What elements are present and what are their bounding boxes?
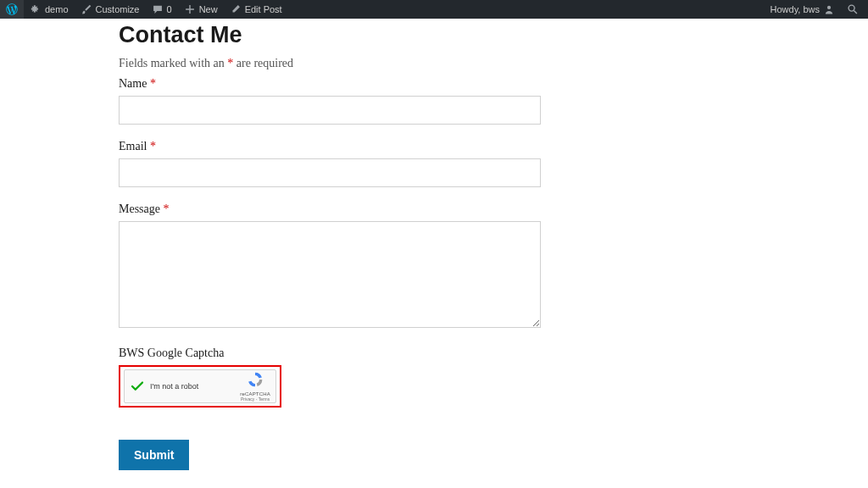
howdy-text: Howdy, bws <box>771 4 820 14</box>
message-field-wrap: Message * <box>119 202 661 331</box>
howdy-prefix: Howdy, <box>771 4 804 14</box>
captcha-field-wrap: BWS Google Captcha I'm not a robot <box>119 347 661 408</box>
edit-post-link[interactable]: Edit Post <box>224 0 288 19</box>
name-input[interactable] <box>119 96 541 125</box>
recaptcha-text: I'm not a robot <box>150 382 240 391</box>
wp-logo-menu[interactable] <box>0 0 24 19</box>
message-label-text: Message <box>119 202 160 215</box>
adminbar-left: demo Customize 0 New Edit Post <box>0 0 288 19</box>
svg-line-2 <box>854 10 857 14</box>
reqnote-suffix: are required <box>236 57 293 69</box>
asterisk-icon: * <box>164 202 170 215</box>
email-field-wrap: Email * <box>119 140 661 187</box>
dashboard-icon <box>30 3 42 15</box>
wp-admin-bar: demo Customize 0 New Edit Post <box>0 0 868 19</box>
name-label-text: Name <box>119 77 147 90</box>
recaptcha-widget[interactable]: I'm not a robot reCAPTCHA Privacy - Term… <box>124 369 276 403</box>
email-label: Email * <box>119 140 661 153</box>
page-body: Contact Me Fields marked with an * are r… <box>0 19 868 488</box>
recaptcha-badge: reCAPTCHA Privacy - Terms <box>240 371 270 402</box>
site-name-menu[interactable]: demo <box>24 0 75 19</box>
recaptcha-logo-icon <box>247 376 264 391</box>
comments-link[interactable]: 0 <box>146 0 178 19</box>
new-label: New <box>199 4 218 14</box>
email-input[interactable] <box>119 158 541 187</box>
brush-icon <box>81 3 92 15</box>
pencil-icon <box>230 3 242 15</box>
captcha-label: BWS Google Captcha <box>119 347 661 360</box>
search-toggle[interactable] <box>841 0 865 19</box>
svg-point-1 <box>849 5 854 11</box>
submit-button[interactable]: Submit <box>119 440 189 470</box>
page-title: Contact Me <box>119 22 661 48</box>
user-name: bws <box>803 4 820 14</box>
name-field-wrap: Name * <box>119 77 661 125</box>
required-fields-note: Fields marked with an * are required <box>119 57 661 70</box>
comments-count: 0 <box>167 4 172 14</box>
search-icon <box>847 3 859 15</box>
recaptcha-links-text: Privacy - Terms <box>240 396 270 402</box>
captcha-highlight-box: I'm not a robot reCAPTCHA Privacy - Term… <box>119 365 281 408</box>
user-account-menu[interactable]: Howdy, bws <box>765 0 841 19</box>
plus-icon <box>184 3 196 15</box>
customize-label: Customize <box>96 4 140 14</box>
site-name-text: demo <box>45 4 69 14</box>
wordpress-icon <box>6 3 18 15</box>
svg-point-0 <box>827 6 831 9</box>
reqnote-prefix: Fields marked with an <box>119 57 225 69</box>
name-label: Name * <box>119 77 661 91</box>
edit-post-label: Edit Post <box>245 4 282 14</box>
asterisk-icon: * <box>227 57 233 69</box>
user-avatar-icon <box>823 3 835 15</box>
adminbar-right: Howdy, bws <box>765 0 868 19</box>
message-textarea[interactable] <box>119 221 541 328</box>
comment-icon <box>152 3 164 15</box>
content-area: Contact Me Fields marked with an * are r… <box>119 19 661 470</box>
email-label-text: Email <box>119 140 147 152</box>
message-label: Message * <box>119 202 661 216</box>
recaptcha-checkmark-icon <box>130 379 145 394</box>
customize-link[interactable]: Customize <box>75 0 146 19</box>
new-content-link[interactable]: New <box>178 0 224 19</box>
asterisk-icon: * <box>150 140 156 152</box>
asterisk-icon: * <box>150 77 156 90</box>
